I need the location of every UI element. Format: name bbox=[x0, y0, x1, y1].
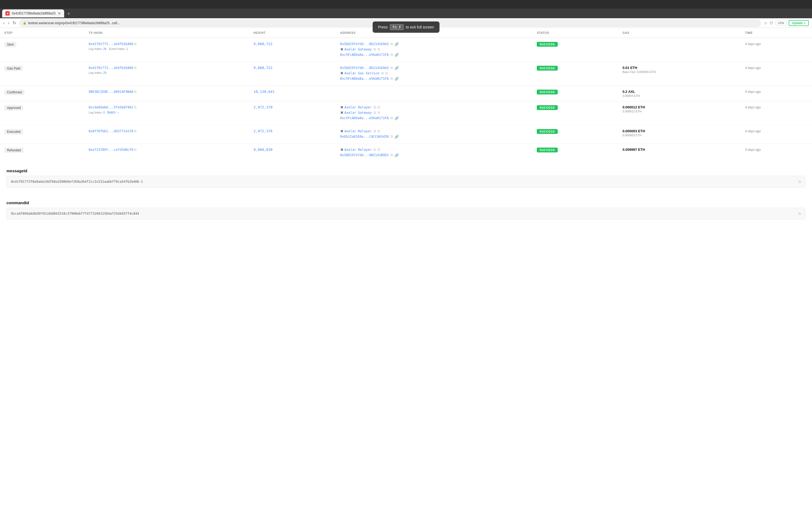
tab-close-button[interactable]: ✕ bbox=[58, 11, 61, 16]
cell-height: 10,120,641 bbox=[249, 86, 336, 102]
gas-primary: 0.009997 ETH bbox=[622, 148, 736, 152]
cell-step: Confirmed bbox=[0, 86, 84, 102]
external-link-icon[interactable]: 🔗 bbox=[394, 77, 399, 81]
external-link-icon[interactable]: ⧉ bbox=[378, 105, 380, 109]
cell-address: ✕ Axelar Relayer ⧉ ⧉✕ Axelar Gateway ⧉ ⧉… bbox=[336, 102, 533, 125]
step-badge: Gas Paid bbox=[4, 66, 23, 71]
external-link-icon[interactable]: 🔗 bbox=[394, 153, 399, 157]
copy-icon[interactable]: ⧉ bbox=[134, 105, 136, 109]
address-hash-link[interactable]: 0xc5FcADba8a...e56a0171FA bbox=[340, 116, 389, 120]
active-tab: ✕ 0x41f01773f8e8ada19df68a25 ✕ bbox=[2, 10, 64, 17]
log-index: 25 bbox=[103, 71, 106, 74]
cell-height: 9,888,722 bbox=[249, 38, 336, 62]
cell-address bbox=[336, 86, 533, 102]
cell-time: 4 days ago bbox=[741, 125, 812, 144]
cell-status: SUCCESS bbox=[533, 62, 618, 86]
tx-hash-link[interactable]: 90E3DC2E0E...88914F4BA8 bbox=[89, 90, 133, 94]
external-link-icon[interactable]: ⧉ bbox=[378, 47, 380, 51]
table-row: Confirmed90E3DC2E0E...88914F4BA8 ⧉10,120… bbox=[0, 86, 812, 102]
gas-primary: 0.2 AXL bbox=[622, 90, 736, 94]
copy-icon[interactable]: ⧉ bbox=[134, 90, 136, 94]
copy-icon[interactable]: ⧉ bbox=[134, 66, 136, 70]
copy-icon[interactable]: ⧉ bbox=[390, 134, 393, 139]
height-value[interactable]: 10,120,641 bbox=[253, 90, 274, 94]
reload-button[interactable]: ↻ bbox=[13, 20, 16, 26]
address-hash-link[interactable]: 0x58D197efdd...0B2141B9E5 bbox=[340, 153, 389, 157]
external-link-icon[interactable]: 🔗 bbox=[394, 42, 399, 46]
height-value[interactable]: 2,972,376 bbox=[253, 129, 272, 133]
named-address-link[interactable]: Axelar Gateway bbox=[345, 111, 372, 115]
cell-time: 4 days ago bbox=[741, 38, 812, 62]
address-hash-link[interactable]: 0xEb12a81E0a...CACCAb5d36 bbox=[340, 135, 389, 138]
status-badge: SUCCESS bbox=[537, 42, 557, 47]
height-value[interactable]: 9,888,722 bbox=[253, 42, 272, 46]
update-button[interactable]: Update ≡ bbox=[789, 20, 809, 26]
copy-icon[interactable]: ⧉ bbox=[381, 71, 384, 75]
external-link-icon[interactable]: ⧉ bbox=[385, 71, 388, 75]
page-content: STEP TX HASH HEIGHT ADDRESS STATUS GAS T… bbox=[0, 28, 812, 527]
copy-icon[interactable]: ⧉ bbox=[374, 129, 376, 133]
copy-icon[interactable]: ⧉ bbox=[134, 148, 136, 152]
copy-icon[interactable]: ⧉ bbox=[390, 153, 393, 157]
copy-icon[interactable]: ⧉ bbox=[374, 105, 376, 109]
external-link-icon[interactable]: 🔗 bbox=[394, 116, 399, 120]
tx-hash-link[interactable]: 0x8ff6fbb1...d9377141f8 bbox=[89, 129, 133, 133]
named-address-link[interactable]: Axelar Gas Service bbox=[345, 71, 379, 75]
external-link-icon[interactable]: ⧉ bbox=[378, 110, 380, 115]
col-time: TIME bbox=[741, 28, 812, 38]
copy-icon[interactable]: ⧉ bbox=[390, 76, 393, 81]
command-id-copy-icon[interactable]: ⧉ bbox=[799, 212, 801, 215]
external-link-icon[interactable]: ⧉ bbox=[378, 148, 380, 152]
tx-hash-link[interactable]: 0xcde8dab6...5fe5b07481 bbox=[89, 105, 133, 109]
copy-icon[interactable]: ⧉ bbox=[390, 116, 393, 120]
named-address-link[interactable]: Axelar Relayer bbox=[345, 105, 372, 109]
message-id-copy-icon[interactable]: ⧉ bbox=[799, 180, 801, 183]
copy-icon[interactable]: ⧉ bbox=[390, 52, 393, 57]
message-id-field: 0x41f01773f8e8ada19df68a2500b9ef269a3b4f… bbox=[6, 176, 806, 187]
tx-hash-link[interactable]: 0x41f01773...a54fb2b466 bbox=[89, 42, 133, 46]
address-hash-link[interactable]: 0x58d197efdd...0b2141b9e5 bbox=[340, 66, 389, 70]
tx-hash-link[interactable]: 0xe723789f...cafd3d8cf9 bbox=[89, 148, 133, 152]
copy-icon[interactable]: ⧉ bbox=[374, 110, 376, 115]
height-value[interactable]: 2,972,370 bbox=[253, 105, 272, 109]
cell-address: ✕ Axelar Relayer ⧉ ⧉0xEb12a81E0a...CACCA… bbox=[336, 125, 533, 144]
transactions-table: STEP TX HASH HEIGHT ADDRESS STATUS GAS T… bbox=[0, 28, 812, 162]
x-icon: ✕ bbox=[340, 71, 344, 75]
external-link-icon[interactable]: 🔗 bbox=[394, 135, 399, 139]
copy-icon[interactable]: ⧉ bbox=[134, 42, 136, 46]
copy-icon[interactable]: ⧉ bbox=[390, 66, 393, 70]
cell-height: 2,972,370 bbox=[249, 102, 336, 125]
address-hash-link[interactable]: 0xc5FcADba8a...e56a0171FA bbox=[340, 77, 389, 80]
shield-button[interactable]: 🛡 bbox=[770, 21, 773, 25]
copy-icon[interactable]: ⧉ bbox=[374, 47, 376, 51]
tx-hash-link[interactable]: 0x41f01773...a54fb2b466 bbox=[89, 66, 133, 70]
copy-icon[interactable]: ⧉ bbox=[134, 129, 136, 133]
address-row: 0xc5FcADba8a...e56a0171FA ⧉ 🔗 bbox=[340, 52, 528, 57]
height-value[interactable]: 9,888,722 bbox=[253, 66, 272, 70]
forward-button[interactable]: › bbox=[8, 21, 9, 26]
external-link-icon[interactable]: 🔗 bbox=[394, 53, 399, 57]
external-link-icon[interactable]: 🔗 bbox=[394, 66, 399, 70]
named-address-link[interactable]: Axelar Relayer bbox=[345, 129, 372, 133]
table-row: Refunded0xe723789f...cafd3d8cf9 ⧉9,888,8… bbox=[0, 144, 812, 162]
status-badge: SUCCESS bbox=[537, 105, 557, 110]
cell-time: 4 days ago bbox=[741, 102, 812, 125]
cell-txhash: 0x41f01773...a54fb2b466 ⧉Log Index: 26 E… bbox=[84, 38, 249, 62]
cell-height: 9,888,722 bbox=[249, 62, 336, 86]
vpn-button[interactable]: VPN bbox=[775, 21, 786, 26]
message-id-value: 0x41f01773f8e8ada19df68a2500b9ef269a3b4f… bbox=[11, 180, 143, 183]
address-hash-link[interactable]: 0xc5FcADba8a...e56a0171FA bbox=[340, 53, 389, 57]
cell-height: 9,888,830 bbox=[249, 144, 336, 162]
new-tab-button[interactable]: ＋ bbox=[65, 9, 72, 18]
external-link-icon[interactable]: ⧉ bbox=[378, 129, 380, 133]
batch-link[interactable]: Batch → bbox=[107, 110, 120, 114]
bookmark-button[interactable]: ☆ bbox=[764, 21, 767, 25]
named-address-link[interactable]: Axelar Gateway bbox=[345, 47, 372, 51]
height-value[interactable]: 9,888,830 bbox=[253, 148, 272, 152]
back-button[interactable]: ‹ bbox=[3, 21, 4, 26]
address-hash-link[interactable]: 0x58d197efdd...0b2141b9e5 bbox=[340, 42, 389, 46]
cell-status: SUCCESS bbox=[533, 86, 618, 102]
copy-icon[interactable]: ⧉ bbox=[390, 42, 393, 46]
named-address-link[interactable]: Axelar Relayer bbox=[345, 148, 372, 152]
copy-icon[interactable]: ⧉ bbox=[374, 148, 376, 152]
